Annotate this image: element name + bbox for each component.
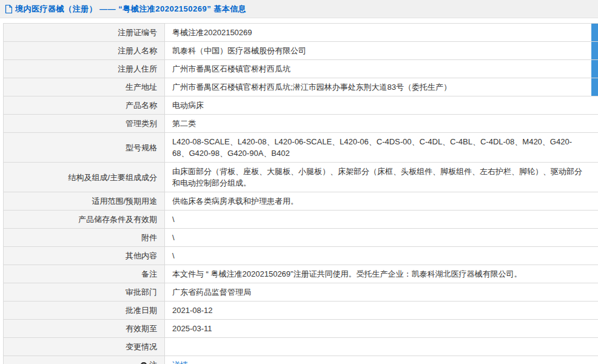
table-row-attachment: 附件 \: [4, 229, 598, 247]
row-label: 变更情况: [4, 338, 165, 356]
table-row-cert-number: 注册证编号 粤械注准20202150269: [4, 24, 598, 42]
row-label: 适用范围/预期用途: [4, 192, 165, 210]
table-row-registrant-address: 注册人住所 广州市番禺区石楼镇官桥村西瓜坑: [4, 60, 598, 78]
row-label: 批准日期: [4, 302, 165, 319]
table-row-registrant-name: 注册人名称 凯泰科（中国）医疗器械股份有限公司: [4, 42, 598, 60]
table-row-storage-validity: 产品储存条件及有效期 \: [4, 211, 598, 229]
row-value: [165, 338, 598, 356]
row-label: 注册证编号: [4, 24, 165, 41]
row-accent-bar: [591, 78, 598, 96]
row-label: 产品名称: [4, 96, 165, 114]
document-icon: [5, 5, 12, 13]
row-value: 本文件与 “ 粤械注准20202150269”注册证共同使用。受托生产企业：凯泰…: [165, 265, 598, 283]
row-accent-bar: [591, 24, 598, 41]
row-value: 广州市番禺区石楼镇官桥村西瓜坑;潜江市园林办事处东荆大道83号（委托生产）: [165, 78, 598, 96]
row-accent-bar: [591, 42, 598, 59]
row-value: 第二类: [165, 115, 598, 132]
row-value: L420-08-SCALE、L420-08、L420-06-SCALE、L420…: [165, 133, 598, 162]
registration-table: 注册证编号 粤械注准20202150269 注册人名称 凯泰科（中国）医疗器械股…: [3, 23, 598, 364]
row-value: \: [165, 229, 598, 246]
table-row-product-name: 产品名称 电动病床: [4, 96, 598, 115]
row-value: \: [165, 247, 598, 265]
row-label: 产品储存条件及有效期: [4, 211, 165, 228]
detail-link[interactable]: 详情: [172, 359, 188, 364]
table-row-remark: 备注 本文件与 “ 粤械注准20202150269”注册证共同使用。受托生产企业…: [4, 265, 598, 283]
row-label: 型号规格: [4, 133, 165, 162]
row-value: 详情: [165, 356, 598, 364]
row-label: 备注: [4, 265, 165, 283]
row-value: \: [165, 211, 598, 228]
row-label: 生产地址: [4, 78, 165, 96]
table-row-approval-department: 审批部门 广东省药品监督管理局: [4, 283, 598, 302]
table-row-other-content: 其他内容 \: [4, 247, 598, 265]
row-value: 广州市番禺区石楼镇官桥村西瓜坑: [165, 60, 598, 78]
table-row-change-status: 变更情况: [4, 338, 598, 356]
row-label: 附件: [4, 229, 165, 246]
row-label: 注册人名称: [4, 42, 165, 59]
table-row-structure-composition: 结构及组成/主要组成成分 由床面部分（背板、座板、大腿板、小腿板）、床架部分（床…: [4, 163, 598, 192]
row-value: 电动病床: [165, 96, 598, 114]
row-value: 2025-03-11: [165, 320, 598, 337]
row-label: 注: [4, 356, 165, 364]
row-label: 其他内容: [4, 247, 165, 265]
row-value: 粤械注准20202150269: [165, 24, 598, 41]
table-row-valid-until: 有效期至 2025-03-11: [4, 320, 598, 338]
row-value: 广东省药品监督管理局: [165, 283, 598, 301]
note-label-text: 注: [149, 359, 157, 364]
table-row-management-class: 管理类别 第二类: [4, 115, 598, 133]
row-label: 结构及组成/主要组成成分: [4, 163, 165, 192]
row-accent-bar: [591, 60, 598, 78]
table-row-intended-use: 适用范围/预期用途 供临床各类病房承载和护理患者用。: [4, 192, 598, 211]
row-label: 管理类别: [4, 115, 165, 132]
row-label: 审批部门: [4, 283, 165, 301]
table-row-production-address: 生产地址 广州市番禺区石楼镇官桥村西瓜坑;潜江市园林办事处东荆大道83号（委托生…: [4, 78, 598, 96]
table-row-note: 注 详情: [4, 356, 598, 364]
note-icon: [141, 362, 147, 364]
row-value: 2021-08-12: [165, 302, 598, 319]
row-value: 由床面部分（背板、座板、大腿板、小腿板）、床架部分（床框、头板组件、脚板组件、左…: [165, 163, 598, 192]
table-row-model-spec: 型号规格 L420-08-SCALE、L420-08、L420-06-SCALE…: [4, 133, 598, 163]
row-value: 凯泰科（中国）医疗器械股份有限公司: [165, 42, 598, 59]
table-row-approval-date: 批准日期 2021-08-12: [4, 302, 598, 320]
row-label: 注册人住所: [4, 60, 165, 78]
page-header: 境内医疗器械（注册） —— “粤械注准20202150269” 基本信息: [0, 0, 598, 18]
page-title: 境内医疗器械（注册） —— “粤械注准20202150269” 基本信息: [15, 4, 246, 15]
row-value: 供临床各类病房承载和护理患者用。: [165, 192, 598, 210]
row-label: 有效期至: [4, 320, 165, 337]
